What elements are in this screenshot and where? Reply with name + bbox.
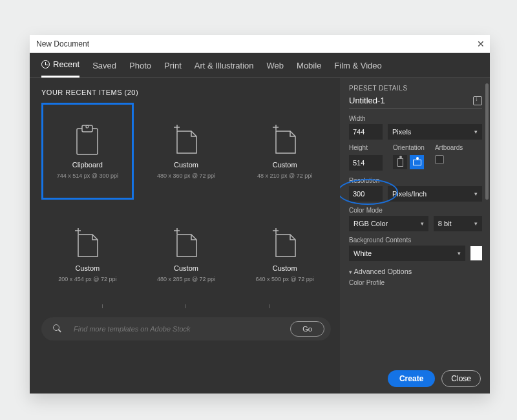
resolution-input[interactable] (349, 186, 383, 202)
preset-card[interactable]: Custom 640 x 500 px @ 72 ppi (238, 206, 331, 303)
preset-card[interactable]: Custom 480 x 285 px @ 72 ppi (140, 206, 233, 303)
titlebar: New Document ✕ (30, 35, 490, 53)
orientation-portrait[interactable] (393, 155, 407, 169)
preset-title: Clipboard (72, 161, 103, 169)
height-label: Height (349, 144, 383, 151)
category-tabs: Recent Saved Photo Print Art & Illustrat… (30, 53, 490, 78)
scrollbar[interactable] (485, 83, 489, 200)
color-profile-label: Color Profile (349, 279, 482, 286)
chevron-down-icon: ▾ (349, 269, 352, 275)
go-button[interactable]: Go (290, 321, 324, 337)
width-unit-select[interactable]: Pixels▾ (388, 124, 482, 140)
svg-rect-1 (82, 125, 92, 132)
preset-card[interactable]: Custom 480 x 360 px @ 72 ppi (140, 103, 233, 200)
create-button[interactable]: Create (388, 370, 435, 387)
search-icon (53, 324, 62, 333)
artboards-checkbox[interactable] (435, 155, 444, 164)
page-icon (172, 123, 200, 157)
tab-film[interactable]: Film & Video (334, 59, 381, 78)
preset-sub: 640 x 500 px @ 72 ppi (256, 276, 314, 282)
save-preset-icon[interactable] (473, 96, 482, 105)
bg-swatch[interactable] (470, 246, 482, 260)
page-icon (271, 227, 299, 260)
preset-title: Custom (174, 161, 198, 169)
preset-details-header: PRESET DETAILS (349, 85, 482, 92)
window-title: New Document (36, 39, 89, 48)
preset-sub: 48 x 210 px @ 72 ppi (257, 173, 312, 179)
color-mode-label: Color Mode (349, 207, 482, 214)
recent-items-header: YOUR RECENT ITEMS (20) (41, 89, 331, 96)
bit-depth-select[interactable]: 8 bit▾ (434, 216, 482, 231)
artboards-label: Artboards (435, 144, 463, 151)
width-input[interactable] (349, 124, 383, 140)
preset-sub: 200 x 454 px @ 72 ppi (58, 276, 116, 282)
clipboard-icon (73, 123, 101, 157)
preset-title: Custom (75, 264, 100, 272)
color-mode-select[interactable]: RGB Color▾ (349, 216, 428, 231)
tab-web[interactable]: Web (267, 59, 284, 78)
new-document-dialog: New Document ✕ Recent Saved Photo Print … (30, 35, 490, 394)
preset-title: Custom (273, 264, 297, 272)
preset-sub: 744 x 514 px @ 300 ppi (57, 173, 118, 179)
resolution-label: Resolution (349, 177, 482, 184)
preset-title: Custom (273, 161, 297, 169)
page-icon (172, 227, 200, 260)
height-input[interactable] (349, 155, 383, 171)
page-icon (73, 227, 101, 260)
tab-saved[interactable]: Saved (92, 59, 116, 78)
tab-photo[interactable]: Photo (129, 59, 151, 78)
chevron-down-icon: ▾ (474, 220, 478, 227)
stock-search-row: Go (41, 317, 331, 341)
svg-rect-0 (77, 129, 98, 154)
preset-name[interactable]: Untitled-1 (349, 96, 385, 105)
close-button[interactable]: Close (441, 370, 481, 387)
clock-icon (41, 60, 50, 68)
resolution-unit-select[interactable]: Pixels/Inch▾ (388, 186, 482, 202)
preset-card[interactable]: Custom 48 x 210 px @ 72 ppi (238, 103, 331, 200)
preset-details-panel: PRESET DETAILS Untitled-1 Width Pixels▾ … (340, 78, 490, 394)
chevron-down-icon: ▾ (458, 250, 461, 257)
bg-label: Background Contents (349, 236, 482, 244)
bg-select[interactable]: White▾ (349, 246, 465, 261)
advanced-options-toggle[interactable]: ▾ Advanced Options (349, 268, 482, 275)
stock-search-input[interactable] (70, 322, 282, 335)
orientation-landscape[interactable] (410, 155, 424, 169)
tab-art[interactable]: Art & Illustration (195, 59, 254, 78)
width-label: Width (349, 115, 482, 122)
recent-items-panel: YOUR RECENT ITEMS (20) Clipboard 744 x 5… (30, 78, 340, 394)
page-icon (271, 123, 299, 157)
chevron-down-icon: ▾ (474, 191, 478, 197)
tab-mobile[interactable]: Mobile (297, 59, 321, 78)
chevron-down-icon: ▾ (421, 220, 424, 227)
tab-recent[interactable]: Recent (41, 59, 79, 78)
carousel-ticks (41, 304, 331, 308)
preset-sub: 480 x 285 px @ 72 ppi (157, 276, 215, 282)
preset-sub: 480 x 360 px @ 72 ppi (157, 173, 215, 179)
preset-card[interactable]: Clipboard 744 x 514 px @ 300 ppi (41, 103, 134, 200)
preset-title: Custom (174, 264, 198, 272)
window-close-icon[interactable]: ✕ (477, 39, 485, 49)
preset-card[interactable]: Custom 200 x 454 px @ 72 ppi (41, 206, 134, 303)
tab-print[interactable]: Print (164, 59, 182, 78)
orientation-label: Orientation (393, 144, 425, 151)
chevron-down-icon: ▾ (474, 129, 478, 135)
